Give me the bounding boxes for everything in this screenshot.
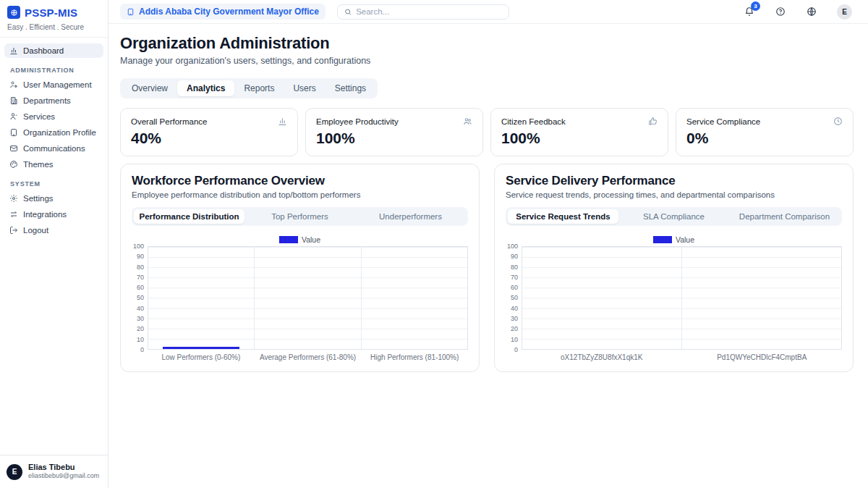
- stat-card-overall-performance: Overall Performance 40%: [120, 108, 298, 156]
- tab-users[interactable]: Users: [284, 80, 325, 96]
- notification-badge: 3: [751, 1, 760, 11]
- sidebar-item-label: Departments: [23, 96, 71, 105]
- sidebar-item-services[interactable]: Services: [4, 109, 103, 124]
- sidebar-item-label: User Management: [23, 80, 92, 89]
- stat-value: 40%: [131, 130, 287, 147]
- page-title: Organization Administration: [120, 34, 854, 53]
- user-gear-icon: [9, 80, 18, 89]
- panel-title: Service Delivery Performance: [506, 174, 842, 188]
- chart-legend: Value: [506, 235, 842, 244]
- stat-value: 100%: [501, 130, 658, 147]
- sidebar-item-themes[interactable]: Themes: [4, 157, 103, 172]
- person-icon: [9, 112, 18, 121]
- search-box[interactable]: [337, 4, 509, 20]
- service-bar-chart: Value 1009080706050403020100 oX12TbZyZ8U…: [506, 235, 842, 361]
- subtab-top-performers[interactable]: Top Performers: [244, 209, 355, 224]
- app-root: PSSP-MIS Easy . Efficient . Secure Dashb…: [0, 0, 868, 488]
- x-axis: oX12TbZyZ8U8fxX1qk1KPd1QWYeCHDlcF4CmptBA: [506, 353, 842, 361]
- tablet-icon: [127, 7, 135, 17]
- tab-overview[interactable]: Overview: [122, 80, 177, 96]
- tab-settings[interactable]: Settings: [326, 80, 375, 96]
- stat-card-service-compliance: Service Compliance 0%: [676, 108, 854, 156]
- bar-chart-icon: [278, 117, 287, 126]
- panel-service-delivery: Service Delivery Performance Service req…: [494, 164, 854, 372]
- sidebar-item-logout[interactable]: Logout: [4, 223, 103, 237]
- legend-label: Value: [676, 235, 694, 244]
- stat-value: 100%: [316, 130, 472, 147]
- subtab-service-request-trends[interactable]: Service Request Trends: [508, 209, 618, 224]
- workforce-subtabs: Performance Distribution Top Performers …: [132, 207, 468, 226]
- stat-card-employee-productivity: Employee Productivity 100%: [305, 108, 483, 156]
- sidebar-item-settings[interactable]: Settings: [4, 191, 103, 206]
- plot-area: [148, 246, 468, 350]
- organization-chip[interactable]: Addis Ababa City Government Mayor Office: [120, 4, 326, 20]
- users-icon: [463, 117, 472, 126]
- sidebar-item-label: Settings: [23, 194, 54, 203]
- panel-subtitle: Employee performance distribution and to…: [132, 190, 468, 199]
- plot-area: [522, 246, 842, 350]
- user-email: eliastibebu9@gmail.com: [28, 472, 99, 481]
- sidebar-item-label: Integrations: [23, 210, 67, 219]
- sidebar-item-label: Services: [23, 112, 55, 121]
- subtab-underperformers[interactable]: Underperformers: [355, 209, 466, 224]
- sidebar-item-communications[interactable]: Communications: [4, 141, 103, 156]
- thumbs-up-icon: [648, 117, 658, 126]
- subtab-sla-compliance[interactable]: SLA Compliance: [618, 209, 729, 224]
- sidebar-nav: Dashboard ADMINISTRATION User Management…: [0, 38, 108, 239]
- tab-reports[interactable]: Reports: [234, 80, 284, 96]
- stat-label: Overall Performance: [131, 117, 207, 126]
- sidebar-item-label: Communications: [23, 144, 85, 153]
- subtab-department-comparison[interactable]: Department Comparison: [729, 209, 840, 224]
- sidebar-item-user-management[interactable]: User Management: [4, 77, 103, 92]
- gear-icon: [9, 194, 18, 203]
- sidebar-item-label: Logout: [23, 226, 48, 235]
- sidebar-item-label: Dashboard: [23, 46, 64, 55]
- clock-icon: [833, 117, 843, 126]
- palette-icon: [9, 160, 18, 169]
- notifications-button[interactable]: 3: [744, 6, 755, 17]
- topbar-avatar[interactable]: E: [837, 4, 852, 20]
- main-tabbar: Overview Analytics Reports Users Setting…: [120, 78, 378, 98]
- category-column: [148, 247, 254, 349]
- arrows-swap-icon: [9, 210, 18, 219]
- x-tick-label: High Performers (81-100%): [361, 353, 468, 361]
- organization-name: Addis Ababa City Government Mayor Office: [139, 7, 319, 17]
- x-tick-label: Average Performers (61-80%): [255, 353, 362, 361]
- chart-legend: Value: [132, 235, 468, 244]
- sidebar-section-system: SYSTEM: [4, 173, 103, 191]
- search-icon: [344, 8, 352, 16]
- brand-name: PSSP-MIS: [25, 7, 77, 19]
- sidebar-item-label: Themes: [23, 160, 54, 169]
- y-axis: 1009080706050403020100: [506, 246, 522, 350]
- stat-label: Service Compliance: [686, 117, 760, 126]
- y-axis: 1009080706050403020100: [132, 246, 148, 350]
- topbar: Addis Ababa City Government Mayor Office…: [109, 0, 868, 24]
- page-subtitle: Manage your organization's users, settin…: [120, 56, 854, 66]
- sidebar-item-integrations[interactable]: Integrations: [4, 207, 103, 222]
- language-button[interactable]: [806, 6, 817, 17]
- category-column: [522, 247, 681, 349]
- search-input[interactable]: [356, 7, 502, 16]
- sidebar: PSSP-MIS Easy . Efficient . Secure Dashb…: [0, 0, 109, 488]
- x-tick-label: Pd1QWYeCHDlcF4CmptBA: [682, 353, 843, 361]
- stat-label: Citizen Feedback: [501, 117, 566, 126]
- bar: [163, 347, 239, 349]
- sidebar-item-dashboard[interactable]: Dashboard: [4, 43, 103, 58]
- x-axis: Low Performers (0-60%)Average Performers…: [132, 353, 468, 361]
- user-avatar: E: [7, 464, 22, 480]
- legend-swatch: [653, 236, 672, 243]
- tablet-icon: [9, 128, 18, 137]
- sidebar-item-departments[interactable]: Departments: [4, 93, 103, 108]
- sidebar-item-label: Organization Profile: [23, 128, 96, 137]
- bar-chart-icon: [9, 46, 18, 55]
- subtab-performance-distribution[interactable]: Performance Distribution: [134, 209, 244, 224]
- workforce-bar-chart: Value 1009080706050403020100 Low Perform…: [132, 235, 468, 361]
- sidebar-item-organization-profile[interactable]: Organization Profile: [4, 125, 103, 140]
- brand-block: PSSP-MIS Easy . Efficient . Secure: [0, 0, 108, 38]
- sidebar-user-card[interactable]: E Elias Tibebu eliastibebu9@gmail.com: [0, 455, 108, 488]
- help-button[interactable]: [775, 6, 786, 17]
- category-column: [361, 247, 467, 349]
- help-icon: [775, 7, 786, 17]
- globe-icon: [807, 7, 817, 17]
- tab-analytics[interactable]: Analytics: [177, 80, 234, 96]
